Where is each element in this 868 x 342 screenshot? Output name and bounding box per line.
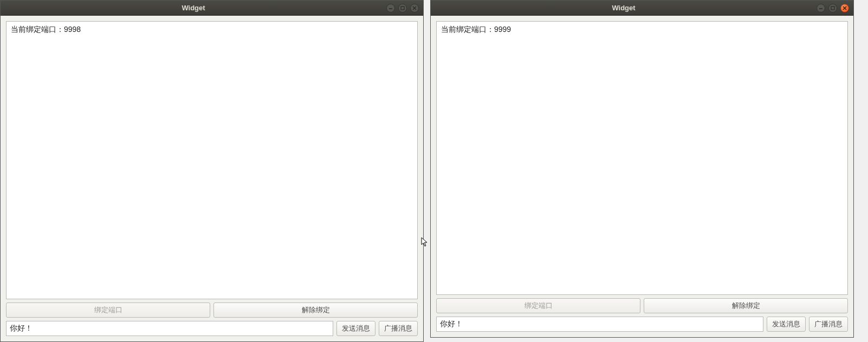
message-input-row: 发送消息 广播消息 [436,317,848,332]
broadcast-message-button[interactable]: 广播消息 [809,317,848,332]
svg-rect-5 [831,6,834,10]
svg-rect-1 [401,6,404,10]
maximize-icon[interactable] [828,4,837,12]
message-input[interactable] [6,321,333,336]
log-text-area[interactable]: 当前绑定端口：9999 [436,21,848,295]
window-left: Widget 当前绑定端口：9998 绑定端口 解除绑定 发送消息 广播消息 [0,0,424,342]
unbind-port-button[interactable]: 解除绑定 [213,302,418,318]
minimize-icon[interactable] [386,4,395,12]
window-right: Widget 当前绑定端口：9999 绑定端口 解除绑定 发送消息 广播消息 [430,0,854,338]
bind-port-button[interactable]: 绑定端口 [436,298,640,313]
window-title: Widget [1,4,386,12]
window-body: 当前绑定端口：9999 绑定端口 解除绑定 发送消息 广播消息 [431,16,853,337]
message-input[interactable] [436,317,763,332]
bind-button-row: 绑定端口 解除绑定 [436,298,848,313]
send-message-button[interactable]: 发送消息 [336,321,375,336]
window-title: Widget [431,4,817,12]
bind-port-button[interactable]: 绑定端口 [6,302,210,318]
send-message-button[interactable]: 发送消息 [767,317,806,332]
close-icon[interactable] [410,4,419,12]
close-icon[interactable] [840,4,849,12]
log-text: 当前绑定端口：9998 [11,25,81,34]
titlebar[interactable]: Widget [431,1,853,16]
unbind-port-button[interactable]: 解除绑定 [644,298,848,313]
window-body: 当前绑定端口：9998 绑定端口 解除绑定 发送消息 广播消息 [1,16,423,341]
log-text: 当前绑定端口：9999 [441,25,511,34]
minimize-icon[interactable] [817,4,825,12]
maximize-icon[interactable] [398,4,407,12]
titlebar[interactable]: Widget [1,1,423,16]
bind-button-row: 绑定端口 解除绑定 [6,302,418,318]
broadcast-message-button[interactable]: 广播消息 [379,321,418,336]
message-input-row: 发送消息 广播消息 [6,321,418,336]
log-text-area[interactable]: 当前绑定端口：9998 [6,21,418,299]
window-controls [386,4,423,12]
window-controls [817,4,853,12]
